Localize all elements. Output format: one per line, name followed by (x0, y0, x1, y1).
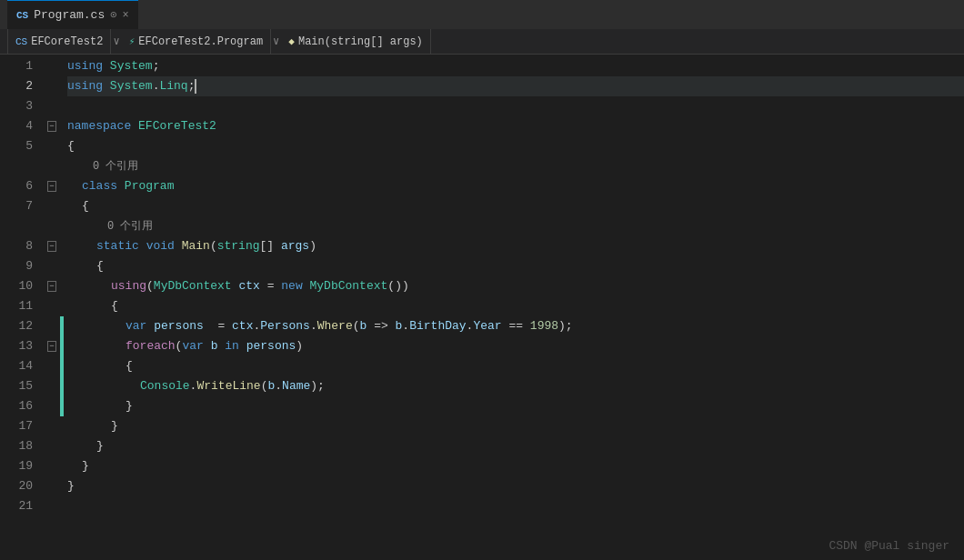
tab-filename: Program.cs (34, 8, 105, 22)
code-line-6: class Program (67, 176, 964, 196)
gutter-6-fold[interactable]: − (44, 176, 60, 196)
code-line-20: } (67, 476, 964, 496)
gutter-16 (44, 396, 60, 416)
code-line-19: } (67, 456, 964, 476)
gutter-5 (44, 136, 60, 156)
gutter-13-fold[interactable]: − (44, 336, 60, 356)
line-num-10: 10 (7, 276, 33, 296)
gutter-19 (44, 456, 60, 476)
nav-bar: CS EFCoreTest2 ∨ ⚡ EFCoreTest2.Program ∨… (0, 29, 964, 55)
kw-using-1: using (67, 56, 103, 76)
line-num-11: 11 (7, 296, 33, 316)
gutter-21 (44, 496, 60, 516)
gutter-14 (44, 356, 60, 376)
line-num-21: 21 (7, 496, 33, 516)
nav-arrow-1: ∨ (111, 35, 121, 48)
gutter-20 (44, 476, 60, 496)
gutter-17 (44, 416, 60, 436)
code-line-14: { (67, 356, 964, 376)
line-num-18: 18 (7, 436, 33, 456)
kw-class: class (82, 176, 117, 196)
code-line-7: { (67, 196, 964, 216)
code-line-9: { (67, 256, 964, 276)
code-line-1: using System ; (67, 56, 964, 76)
line-num-6a (7, 156, 33, 176)
kw-namespace: namespace (67, 116, 131, 136)
line-num-20: 20 (7, 476, 33, 496)
editor: 1 2 3 4 5 6 7 8 9 10 11 12 13 14 15 16 1… (0, 55, 964, 560)
code-line-11: { (67, 296, 964, 316)
line-num-14: 14 (7, 356, 33, 376)
gutter-9 (44, 256, 60, 276)
code-line-21 (67, 496, 964, 516)
code-line-17: } (67, 416, 964, 436)
gutter-hint1 (44, 156, 60, 176)
file-tab[interactable]: CS Program.cs ⊙ × (7, 0, 138, 29)
line-num-6: 6 (7, 176, 33, 196)
nav-method-icon: ◆ (288, 35, 295, 47)
line-num-9: 9 (7, 256, 33, 276)
line-num-3: 3 (7, 96, 33, 116)
line-num-15: 15 (7, 376, 33, 396)
line-num-13: 13 (7, 336, 33, 356)
code-editor[interactable]: using System ; using System . Linq ; nam… (64, 55, 964, 560)
ref-hint-class: 0 个引用 (93, 156, 138, 176)
line-numbers: 1 2 3 4 5 6 7 8 9 10 11 12 13 14 15 16 1… (0, 55, 44, 560)
code-line-18: } (67, 436, 964, 456)
code-line-15: Console . WriteLine ( b . Name ); (67, 376, 964, 396)
nav-arrow-2: ∨ (271, 35, 281, 48)
nav-namespace-label: EFCoreTest2 (31, 35, 103, 48)
kw-static: static (96, 236, 139, 256)
line-num-2: 2 (7, 76, 33, 96)
nav-class[interactable]: ⚡ EFCoreTest2.Program (122, 29, 271, 55)
gutter-2 (44, 76, 60, 96)
gutter-4-fold[interactable]: − (44, 116, 60, 136)
nav-namespace[interactable]: CS EFCoreTest2 (7, 29, 111, 55)
tab-pin-icon[interactable]: ⊙ (110, 8, 116, 22)
line-num-7: 7 (7, 196, 33, 216)
nav-method-label: Main(string[] args) (298, 35, 423, 48)
title-bar: CS Program.cs ⊙ × (0, 0, 964, 29)
nav-method[interactable]: ◆ Main(string[] args) (281, 29, 430, 55)
gutter-hint2 (44, 216, 60, 236)
code-line-8: static void Main ( string [] args ) (67, 236, 964, 256)
gutter-15 (44, 376, 60, 396)
line-num-5: 5 (7, 136, 33, 156)
method-main: Main (182, 236, 210, 256)
watermark: CSDN @Pual singer (828, 539, 949, 553)
nav-class-label: EFCoreTest2.Program (138, 35, 263, 48)
gutter-18 (44, 436, 60, 456)
code-line-5: { (67, 136, 964, 156)
kw-var-2: var (182, 336, 203, 356)
class-program: Program (125, 176, 175, 196)
gutter-12 (44, 316, 60, 336)
gutter-8-fold[interactable]: − (44, 236, 60, 256)
line-num-12: 12 (7, 316, 33, 336)
gutter-1 (44, 56, 60, 76)
ref-hint-main: 0 个引用 (107, 216, 153, 236)
gutter: − − − − − (44, 55, 60, 560)
kw-using-2: using (67, 76, 103, 96)
code-line-10: using ( MyDbContext ctx = new MyDbContex… (67, 276, 964, 296)
line-num-8a (7, 216, 33, 236)
tab-cs-icon: CS (16, 10, 28, 21)
line-num-19: 19 (7, 456, 33, 476)
gutter-10-fold[interactable]: − (44, 276, 60, 296)
tab-close-icon[interactable]: × (122, 9, 128, 22)
nav-cs-icon: CS (15, 36, 27, 47)
code-hint-class: 0 个引用 (67, 156, 964, 176)
kw-void: void (146, 236, 175, 256)
gutter-3 (44, 96, 60, 116)
code-line-12: var persons = ctx . Persons . Where ( b … (67, 316, 964, 336)
kw-var-1: var (126, 316, 146, 336)
code-line-13: foreach ( var b in persons ) (67, 336, 964, 356)
kw-foreach: foreach (126, 336, 176, 356)
gutter-11 (44, 296, 60, 316)
line-num-4: 4 (7, 116, 33, 136)
line-num-1: 1 (7, 56, 33, 76)
gutter-7 (44, 196, 60, 216)
code-line-16: } (67, 396, 964, 416)
code-line-3 (67, 96, 964, 116)
line-num-17: 17 (7, 416, 33, 436)
code-line-4: namespace EFCoreTest2 (67, 116, 964, 136)
